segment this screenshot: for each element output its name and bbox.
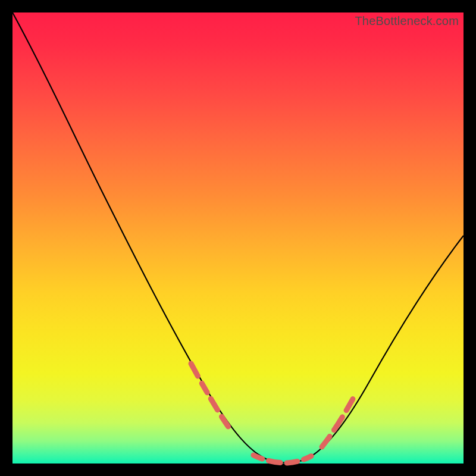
plot-area: TheBottleneck.com xyxy=(12,12,464,464)
curve-path xyxy=(12,12,464,463)
chart-frame: TheBottleneck.com xyxy=(0,0,476,476)
dash-right-band xyxy=(322,362,373,447)
bottleneck-curve xyxy=(12,12,464,464)
dash-flat-band xyxy=(253,454,315,463)
